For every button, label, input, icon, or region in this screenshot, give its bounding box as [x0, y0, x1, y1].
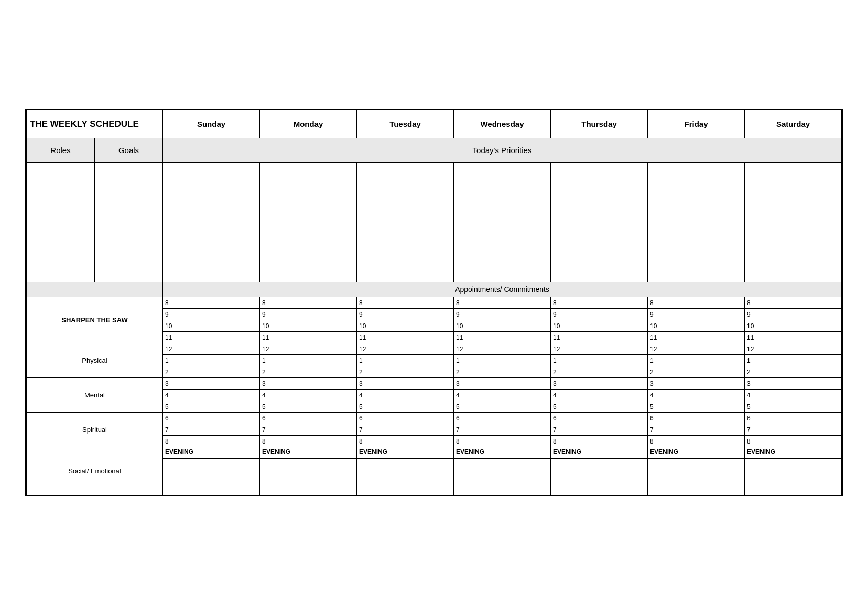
time-thu-10[interactable]: 10 — [551, 320, 648, 332]
priority-sat-5[interactable] — [745, 242, 842, 262]
time-tue-2[interactable]: 2 — [357, 366, 454, 378]
priority-fri-3[interactable] — [648, 202, 745, 222]
priority-mon-1[interactable] — [260, 163, 357, 182]
time-sat-12[interactable]: 12 — [745, 343, 842, 355]
time-tue-10[interactable]: 10 — [357, 320, 454, 332]
time-wed-10[interactable]: 10 — [454, 320, 551, 332]
time-sun-11[interactable]: 11 — [163, 332, 260, 343]
evening-fri[interactable]: EVENING — [648, 447, 745, 459]
priority-wed-1[interactable] — [454, 163, 551, 182]
goal-cell-2[interactable] — [95, 182, 163, 202]
evening-content-mon[interactable] — [260, 459, 357, 495]
time-sun-1[interactable]: 1 — [163, 355, 260, 366]
time-wed-3[interactable]: 3 — [454, 378, 551, 390]
time-sun-6[interactable]: 6 — [163, 413, 260, 424]
evening-tue[interactable]: EVENING — [357, 447, 454, 459]
time-sat-8b[interactable]: 8 — [745, 436, 842, 447]
priority-tue-2[interactable] — [357, 182, 454, 202]
time-thu-1[interactable]: 1 — [551, 355, 648, 366]
priority-sun-3[interactable] — [163, 202, 260, 222]
time-wed-8[interactable]: 8 — [454, 297, 551, 309]
priority-fri-1[interactable] — [648, 163, 745, 182]
time-fri-2[interactable]: 2 — [648, 366, 745, 378]
time-sun-7[interactable]: 7 — [163, 424, 260, 436]
priority-fri-4[interactable] — [648, 222, 745, 242]
priority-tue-5[interactable] — [357, 242, 454, 262]
role-cell-4[interactable] — [27, 222, 95, 242]
time-fri-9[interactable]: 9 — [648, 309, 745, 320]
time-sun-2[interactable]: 2 — [163, 366, 260, 378]
time-sat-1[interactable]: 1 — [745, 355, 842, 366]
time-wed-11[interactable]: 11 — [454, 332, 551, 343]
time-thu-8[interactable]: 8 — [551, 297, 648, 309]
time-mon-8b[interactable]: 8 — [260, 436, 357, 447]
time-mon-12[interactable]: 12 — [260, 343, 357, 355]
time-tue-8b[interactable]: 8 — [357, 436, 454, 447]
priority-sun-2[interactable] — [163, 182, 260, 202]
priority-mon-2[interactable] — [260, 182, 357, 202]
evening-content-sat[interactable] — [745, 459, 842, 495]
time-sun-4[interactable]: 4 — [163, 390, 260, 401]
priority-wed-6[interactable] — [454, 262, 551, 282]
time-fri-1[interactable]: 1 — [648, 355, 745, 366]
time-sat-11[interactable]: 11 — [745, 332, 842, 343]
time-sun-8b[interactable]: 8 — [163, 436, 260, 447]
time-thu-6[interactable]: 6 — [551, 413, 648, 424]
time-sat-2[interactable]: 2 — [745, 366, 842, 378]
time-sat-3[interactable]: 3 — [745, 378, 842, 390]
priority-wed-4[interactable] — [454, 222, 551, 242]
time-sat-5[interactable]: 5 — [745, 401, 842, 413]
time-thu-3[interactable]: 3 — [551, 378, 648, 390]
time-fri-4[interactable]: 4 — [648, 390, 745, 401]
time-fri-8[interactable]: 8 — [648, 297, 745, 309]
priority-thu-3[interactable] — [551, 202, 648, 222]
priority-tue-1[interactable] — [357, 163, 454, 182]
time-thu-9[interactable]: 9 — [551, 309, 648, 320]
time-wed-9[interactable]: 9 — [454, 309, 551, 320]
time-mon-8[interactable]: 8 — [260, 297, 357, 309]
evening-sat[interactable]: EVENING — [745, 447, 842, 459]
time-fri-3[interactable]: 3 — [648, 378, 745, 390]
time-wed-6[interactable]: 6 — [454, 413, 551, 424]
time-sat-8[interactable]: 8 — [745, 297, 842, 309]
time-tue-4[interactable]: 4 — [357, 390, 454, 401]
priority-tue-6[interactable] — [357, 262, 454, 282]
priority-thu-6[interactable] — [551, 262, 648, 282]
time-mon-11[interactable]: 11 — [260, 332, 357, 343]
priority-wed-2[interactable] — [454, 182, 551, 202]
role-cell-1[interactable] — [27, 163, 95, 182]
time-tue-7[interactable]: 7 — [357, 424, 454, 436]
evening-content-tue[interactable] — [357, 459, 454, 495]
role-cell-5[interactable] — [27, 242, 95, 262]
goal-cell-1[interactable] — [95, 163, 163, 182]
time-mon-5[interactable]: 5 — [260, 401, 357, 413]
time-mon-9[interactable]: 9 — [260, 309, 357, 320]
evening-wed[interactable]: EVENING — [454, 447, 551, 459]
evening-content-wed[interactable] — [454, 459, 551, 495]
goal-cell-4[interactable] — [95, 222, 163, 242]
priority-tue-3[interactable] — [357, 202, 454, 222]
priority-fri-6[interactable] — [648, 262, 745, 282]
time-mon-4[interactable]: 4 — [260, 390, 357, 401]
evening-sun[interactable]: EVENING — [163, 447, 260, 459]
time-sun-9[interactable]: 9 — [163, 309, 260, 320]
priority-fri-2[interactable] — [648, 182, 745, 202]
priority-sat-4[interactable] — [745, 222, 842, 242]
time-sat-7[interactable]: 7 — [745, 424, 842, 436]
time-sun-8[interactable]: 8 — [163, 297, 260, 309]
goal-cell-5[interactable] — [95, 242, 163, 262]
evening-content-thu[interactable] — [551, 459, 648, 495]
time-fri-6[interactable]: 6 — [648, 413, 745, 424]
priority-sun-6[interactable] — [163, 262, 260, 282]
priority-thu-4[interactable] — [551, 222, 648, 242]
time-wed-2[interactable]: 2 — [454, 366, 551, 378]
time-wed-7[interactable]: 7 — [454, 424, 551, 436]
time-tue-3[interactable]: 3 — [357, 378, 454, 390]
time-fri-5[interactable]: 5 — [648, 401, 745, 413]
priority-mon-5[interactable] — [260, 242, 357, 262]
time-fri-12[interactable]: 12 — [648, 343, 745, 355]
time-mon-2[interactable]: 2 — [260, 366, 357, 378]
time-tue-1[interactable]: 1 — [357, 355, 454, 366]
time-tue-5[interactable]: 5 — [357, 401, 454, 413]
time-mon-1[interactable]: 1 — [260, 355, 357, 366]
